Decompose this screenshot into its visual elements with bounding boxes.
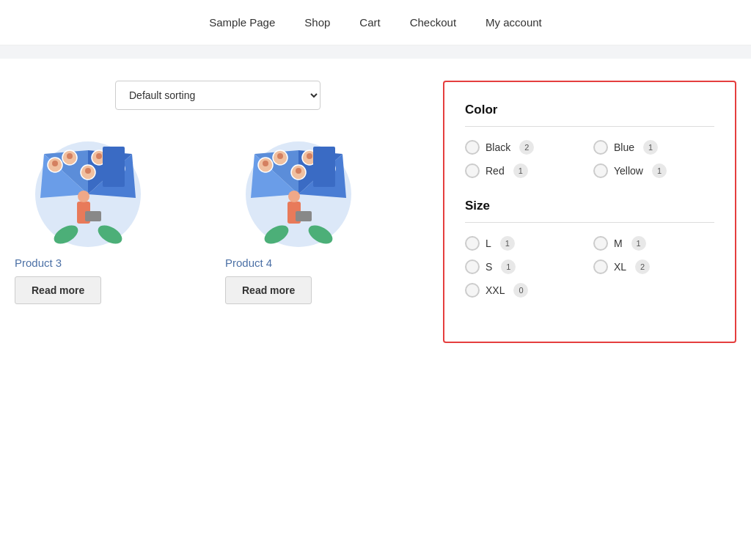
color-option-black[interactable]: Black2 bbox=[465, 140, 586, 155]
nav-link-my-account[interactable]: My account bbox=[486, 16, 542, 29]
color-label-blue: Blue bbox=[614, 141, 634, 153]
product-grid: Product 3Read moreProduct 4Read more bbox=[15, 132, 421, 304]
size-option-xxl[interactable]: XXL0 bbox=[465, 283, 586, 298]
size-label-xl: XL bbox=[614, 261, 626, 273]
color-count-black: 2 bbox=[519, 140, 534, 155]
read-more-btn-product-4[interactable]: Read more bbox=[225, 276, 312, 304]
nav-link-shop[interactable]: Shop bbox=[304, 16, 330, 29]
size-option-s[interactable]: S1 bbox=[465, 259, 586, 274]
size-checkbox-xxl[interactable] bbox=[465, 283, 480, 298]
filter-box: Color Black2Blue1Red1Yellow1 Size L1M1S1… bbox=[443, 81, 736, 343]
size-label-s: S bbox=[486, 261, 492, 273]
color-label-yellow: Yellow bbox=[614, 165, 643, 177]
color-checkbox-yellow[interactable] bbox=[593, 163, 608, 178]
size-options: L1M1S1XL2XXL0 bbox=[465, 236, 714, 298]
size-count-xxl: 0 bbox=[513, 283, 528, 298]
size-count-l: 1 bbox=[500, 236, 515, 251]
color-checkbox-blue[interactable] bbox=[593, 140, 608, 155]
product-card-product-4: Product 4Read more bbox=[225, 132, 421, 304]
color-count-yellow: 1 bbox=[652, 163, 667, 178]
svg-point-32 bbox=[263, 161, 268, 166]
size-divider bbox=[465, 222, 714, 223]
svg-rect-41 bbox=[313, 147, 335, 187]
svg-point-29 bbox=[288, 191, 300, 202]
svg-point-8 bbox=[78, 191, 89, 202]
product-card-product-3: Product 3Read more bbox=[15, 132, 210, 304]
color-checkbox-red[interactable] bbox=[465, 163, 480, 178]
color-label-black: Black bbox=[486, 141, 510, 153]
svg-point-34 bbox=[277, 153, 283, 159]
product-title-product-3[interactable]: Product 3 bbox=[15, 257, 62, 269]
svg-point-40 bbox=[296, 168, 301, 174]
color-count-red: 1 bbox=[513, 163, 528, 178]
size-count-s: 1 bbox=[501, 259, 516, 274]
main-nav: Sample PageShopCartCheckoutMy account bbox=[0, 0, 751, 45]
product-image-product-3 bbox=[15, 132, 161, 249]
size-option-m[interactable]: M1 bbox=[593, 236, 714, 251]
size-filter-title: Size bbox=[465, 199, 714, 213]
svg-point-15 bbox=[96, 153, 102, 159]
color-filter-title: Color bbox=[465, 103, 714, 117]
size-option-xl[interactable]: XL2 bbox=[593, 259, 714, 274]
size-label-xxl: XXL bbox=[486, 284, 505, 296]
svg-rect-30 bbox=[296, 211, 312, 221]
svg-point-19 bbox=[85, 168, 91, 174]
color-options: Black2Blue1Red1Yellow1 bbox=[465, 140, 714, 178]
size-checkbox-l[interactable] bbox=[465, 236, 480, 251]
size-checkbox-xl[interactable] bbox=[593, 259, 608, 274]
left-panel: Default sortingSort by popularitySort by… bbox=[15, 81, 421, 343]
size-checkbox-m[interactable] bbox=[593, 236, 608, 251]
right-panel: Color Black2Blue1Red1Yellow1 Size L1M1S1… bbox=[443, 81, 736, 343]
size-label-m: M bbox=[614, 237, 623, 249]
product-title-product-4[interactable]: Product 4 bbox=[225, 257, 272, 269]
sort-row: Default sortingSort by popularitySort by… bbox=[15, 81, 421, 110]
main-content: Default sortingSort by popularitySort by… bbox=[0, 59, 751, 372]
svg-point-11 bbox=[52, 161, 58, 166]
color-option-red[interactable]: Red1 bbox=[465, 163, 586, 178]
svg-rect-9 bbox=[85, 211, 101, 221]
svg-point-36 bbox=[307, 153, 312, 159]
svg-rect-20 bbox=[103, 147, 125, 187]
nav-link-checkout[interactable]: Checkout bbox=[410, 16, 456, 29]
color-checkbox-black[interactable] bbox=[465, 140, 480, 155]
product-image-product-4 bbox=[225, 132, 372, 249]
gray-band bbox=[0, 45, 751, 59]
size-checkbox-s[interactable] bbox=[465, 259, 480, 274]
color-count-blue: 1 bbox=[643, 140, 658, 155]
size-count-xl: 2 bbox=[635, 259, 650, 274]
color-option-blue[interactable]: Blue1 bbox=[593, 140, 714, 155]
svg-point-13 bbox=[67, 153, 73, 159]
color-divider bbox=[465, 126, 714, 127]
color-option-yellow[interactable]: Yellow1 bbox=[593, 163, 714, 178]
color-label-red: Red bbox=[486, 165, 505, 177]
size-option-l[interactable]: L1 bbox=[465, 236, 586, 251]
read-more-btn-product-3[interactable]: Read more bbox=[15, 276, 101, 304]
size-label-l: L bbox=[486, 237, 491, 249]
nav-link-cart[interactable]: Cart bbox=[359, 16, 380, 29]
nav-link-sample-page[interactable]: Sample Page bbox=[209, 16, 275, 29]
sort-select[interactable]: Default sortingSort by popularitySort by… bbox=[115, 81, 320, 110]
size-count-m: 1 bbox=[631, 236, 646, 251]
